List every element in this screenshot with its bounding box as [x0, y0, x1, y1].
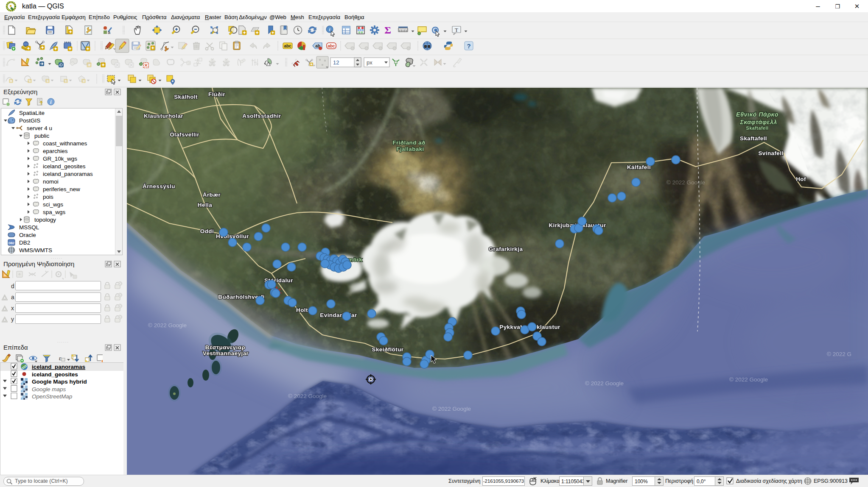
- svg-text:Skálholt: Skálholt: [174, 94, 198, 100]
- svg-text:Árbær: Árbær: [203, 192, 221, 198]
- svg-text:nomoi: nomoi: [43, 178, 59, 185]
- svg-text:pois: pois: [43, 194, 53, 200]
- svg-text:Google Maps hybrid: Google Maps hybrid: [32, 378, 87, 385]
- svg-text:© 2022 Google: © 2022 Google: [666, 179, 705, 186]
- svg-text:coast_withnames: coast_withnames: [43, 140, 87, 147]
- svg-text:px: px: [367, 59, 372, 66]
- svg-text:Skeiðflötur: Skeiðflötur: [372, 346, 404, 353]
- svg-text:Ólafsvellir: Ólafsvellir: [170, 131, 199, 138]
- svg-text:ε: ε: [59, 355, 62, 362]
- svg-text:spa_wgs: spa_wgs: [43, 209, 66, 215]
- svg-text:Kálfafell: Kálfafell: [627, 164, 651, 170]
- svg-text:Εθνικό Πάρκο: Εθνικό Πάρκο: [736, 111, 778, 118]
- svg-text:MSSQL: MSSQL: [19, 224, 39, 231]
- svg-text:Grafarkirkja: Grafarkirkja: [489, 246, 523, 252]
- svg-text:Holt: Holt: [296, 307, 308, 313]
- svg-text:Hella: Hella: [198, 202, 212, 208]
- svg-text:sci_wgs: sci_wgs: [43, 201, 63, 208]
- svg-text:OpenStreetMap: OpenStreetMap: [32, 393, 73, 400]
- svg-text:Flúðir: Flúðir: [208, 91, 225, 97]
- svg-text:Evindarhólar: Evindarhólar: [320, 312, 357, 318]
- svg-text:12: 12: [333, 59, 339, 66]
- svg-text:© 2022 Google: © 2022 Google: [585, 380, 624, 387]
- svg-text:iceland_geosites: iceland_geosites: [43, 163, 86, 170]
- svg-text:server 4 u: server 4 u: [27, 125, 52, 131]
- svg-text:Hof: Hof: [796, 176, 806, 182]
- svg-text:Vestmannaeyjar: Vestmannaeyjar: [203, 350, 249, 356]
- svg-text:Google maps: Google maps: [32, 386, 66, 392]
- svg-text:iceland_panoramas: iceland_panoramas: [43, 171, 93, 177]
- svg-text:eparchies: eparchies: [43, 148, 68, 154]
- svg-text:© 2022 Google: © 2022 Google: [148, 322, 187, 328]
- svg-text:Διαδικασία σχεδίασης χάρτη: Διαδικασία σχεδίασης χάρτη: [736, 478, 802, 484]
- svg-text:© 2022 G: © 2022 G: [827, 351, 851, 357]
- svg-text:iceland_geosites: iceland_geosites: [32, 371, 78, 378]
- svg-text:Skaftafell: Skaftafell: [740, 135, 767, 142]
- svg-text:PostGIS: PostGIS: [19, 117, 40, 124]
- svg-text:© 2022 Google: © 2022 Google: [288, 393, 327, 399]
- svg-text:Σκαφτάφελλ: Σκαφτάφελλ: [739, 119, 777, 125]
- svg-text:© 2022 Google: © 2022 Google: [729, 376, 768, 383]
- svg-text:Oracle: Oracle: [19, 232, 36, 238]
- svg-text:Βέστμανεγιαρ: Βέστμανεγιαρ: [205, 344, 245, 351]
- svg-text:public: public: [34, 133, 50, 139]
- svg-text:Svínafell: Svínafell: [758, 150, 783, 156]
- svg-text:DB2: DB2: [19, 239, 30, 246]
- svg-text:GR_10k_wgs: GR_10k_wgs: [43, 156, 77, 162]
- svg-text:© 2022 Google: © 2022 Google: [432, 406, 471, 412]
- svg-text:DB2: DB2: [8, 242, 14, 245]
- svg-text:Klausturholar: Klausturholar: [144, 113, 183, 119]
- svg-text:Árnessýslu: Árnessýslu: [143, 183, 175, 189]
- svg-text:periferies_new: periferies_new: [43, 186, 80, 192]
- svg-text:SpatiaLite: SpatiaLite: [19, 110, 45, 116]
- svg-text:Asolfsstadhir: Asolfsstadhir: [242, 113, 281, 119]
- svg-text:EPSG:900913: EPSG:900913: [814, 478, 848, 484]
- svg-text:Skaftafell: Skaftafell: [746, 125, 769, 131]
- svg-text:iceland_panoramas: iceland_panoramas: [32, 364, 85, 370]
- svg-text:Fjallabaki: Fjallabaki: [396, 146, 424, 152]
- svg-text:topology: topology: [34, 217, 56, 223]
- svg-text:Oddi: Oddi: [200, 228, 214, 234]
- svg-text:WMS/WMTS: WMS/WMTS: [19, 247, 52, 253]
- svg-text:Friðland að: Friðland að: [392, 139, 425, 146]
